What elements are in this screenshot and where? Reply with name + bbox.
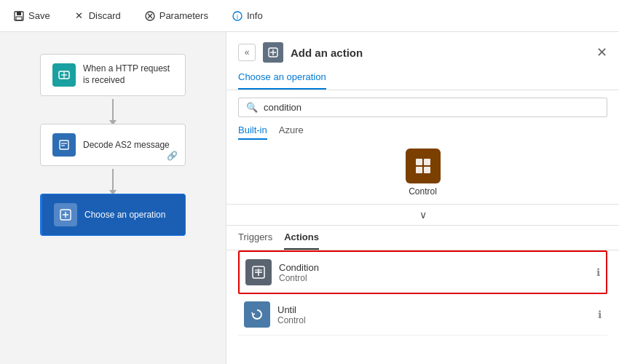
control-connector-card[interactable]: Control <box>238 149 607 197</box>
until-op-sub: Control <box>277 315 591 325</box>
info-button[interactable]: i Info <box>227 7 267 25</box>
control-connector-icon <box>406 149 441 183</box>
info-icon: i <box>232 10 243 22</box>
connectors-section: Control <box>226 144 619 205</box>
triggers-tab[interactable]: Triggers <box>238 232 272 250</box>
http-request-node[interactable]: When a HTTP requestis received <box>40 54 186 96</box>
svg-rect-23 <box>424 167 430 173</box>
operations-list: Condition Control ℹ Until Control ℹ <box>226 250 619 364</box>
decode-as2-icon <box>52 133 76 157</box>
save-button[interactable]: Save <box>9 7 55 25</box>
actions-tab[interactable]: Actions <box>284 232 319 250</box>
connector-1 <box>112 99 114 121</box>
panel-collapse-button[interactable]: « <box>238 44 256 61</box>
svg-rect-11 <box>60 141 68 149</box>
panel-close-button[interactable]: ✕ <box>596 46 607 59</box>
svg-rect-2 <box>16 17 22 20</box>
collapse-icon: « <box>245 47 250 58</box>
until-op-info: Until Control <box>277 304 591 325</box>
svg-rect-22 <box>416 167 422 173</box>
decode-as2-label: Decode AS2 message <box>83 140 170 150</box>
search-icon: 🔍 <box>246 102 258 113</box>
http-request-label: When a HTTP requestis received <box>83 63 170 86</box>
parameters-icon <box>144 10 156 22</box>
filter-azure[interactable]: Azure <box>279 124 304 140</box>
search-input[interactable] <box>264 102 599 113</box>
panel-tabs: Choose an operation <box>226 66 619 90</box>
parameters-label: Parameters <box>159 10 208 21</box>
choose-operation-node[interactable]: Choose an operation <box>40 194 186 236</box>
discard-icon: ✕ <box>74 10 85 22</box>
until-op-icon <box>244 301 270 328</box>
right-panel: « Add an action ✕ Choose an operation 🔍 <box>226 32 619 364</box>
until-operation-item[interactable]: Until Control ℹ <box>238 294 607 336</box>
control-connector-label: Control <box>409 186 437 197</box>
info-label: Info <box>247 10 263 21</box>
main-area: When a HTTP requestis received Decode AS… <box>0 32 619 364</box>
svg-text:i: i <box>237 13 238 20</box>
save-icon <box>13 10 25 22</box>
expand-chevron-icon: ∨ <box>419 209 427 221</box>
choose-operation-icon <box>54 203 77 226</box>
condition-op-sub: Control <box>279 273 589 283</box>
section-tabs: Triggers Actions <box>226 226 619 250</box>
svg-rect-20 <box>416 159 422 165</box>
choose-operation-label: Choose an operation <box>84 210 165 220</box>
connector-2 <box>112 169 114 191</box>
save-label: Save <box>28 10 50 21</box>
flow-canvas: When a HTTP requestis received Decode AS… <box>0 32 226 364</box>
expand-row[interactable]: ∨ <box>226 205 619 226</box>
condition-op-name: Condition <box>279 262 589 273</box>
choose-operation-tab[interactable]: Choose an operation <box>238 66 326 90</box>
until-info-button[interactable]: ℹ <box>598 309 602 320</box>
search-area: 🔍 <box>226 90 619 124</box>
panel-header: « Add an action ✕ <box>226 32 619 63</box>
filter-builtin[interactable]: Built-in <box>238 124 267 140</box>
search-input-wrap: 🔍 <box>238 98 607 117</box>
condition-operation-item[interactable]: Condition Control ℹ <box>238 250 607 294</box>
panel-title: Add an action <box>291 47 589 59</box>
link-icon: 🔗 <box>167 151 178 161</box>
panel-title-icon <box>263 42 283 63</box>
http-request-icon <box>52 63 76 87</box>
parameters-button[interactable]: Parameters <box>140 7 213 25</box>
toolbar: Save ✕ Discard Parameters i Info <box>0 0 619 32</box>
discard-button[interactable]: ✕ Discard <box>69 7 125 25</box>
condition-op-icon <box>245 259 272 285</box>
condition-op-info: Condition Control <box>279 262 589 283</box>
svg-rect-1 <box>17 12 21 15</box>
decode-as2-node[interactable]: Decode AS2 message 🔗 <box>40 124 186 166</box>
filter-tabs: Built-in Azure <box>226 124 619 140</box>
svg-rect-21 <box>424 159 430 165</box>
until-op-name: Until <box>277 304 591 315</box>
discard-label: Discard <box>89 10 121 21</box>
condition-info-button[interactable]: ℹ <box>596 266 600 278</box>
